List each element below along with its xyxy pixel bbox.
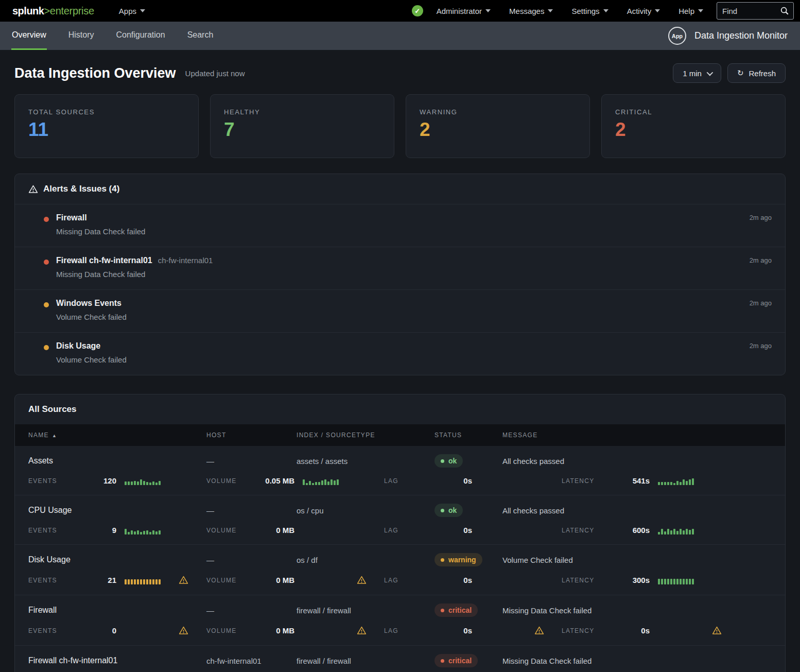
stat-card-warning: WARNING2 bbox=[406, 94, 590, 158]
column-header-host[interactable]: HOST bbox=[206, 432, 297, 439]
interval-dropdown[interactable]: 1 min bbox=[673, 63, 721, 83]
app-name: Data Ingestion Monitor bbox=[694, 30, 788, 41]
metric-label: EVENTS bbox=[28, 527, 77, 534]
table-row[interactable]: Firewall ch-fw-internal01ch-fw-internal0… bbox=[15, 645, 785, 672]
metric-value: 0s bbox=[433, 576, 472, 584]
source-host: — bbox=[206, 606, 297, 615]
metric-latency: LATENCY300s bbox=[562, 575, 772, 585]
chevron-down-icon bbox=[485, 9, 491, 12]
metric-value: 0s bbox=[433, 526, 472, 535]
tab-search[interactable]: Search bbox=[187, 22, 214, 50]
alerts-panel: Alerts & Issues (4) FirewallMissing Data… bbox=[14, 174, 786, 375]
table-row[interactable]: Firewall—firewall / firewallcriticalMiss… bbox=[15, 595, 785, 645]
source-status-cell: ok bbox=[434, 454, 502, 468]
spark-bar bbox=[152, 579, 154, 584]
metric-label: VOLUME bbox=[206, 527, 255, 534]
status-badge: ok bbox=[434, 504, 463, 517]
metric-value: 0s bbox=[433, 476, 472, 485]
source-main-line: Disk Usage—os / dfwarningVolume Check fa… bbox=[28, 553, 772, 566]
refresh-label: Refresh bbox=[749, 69, 776, 78]
topbar-menu-activity[interactable]: Activity bbox=[627, 7, 660, 15]
table-row[interactable]: Disk Usage—os / dfwarningVolume Check fa… bbox=[15, 544, 785, 595]
status-badge: ok bbox=[434, 454, 463, 468]
stat-card-total-sources: TOTAL SOURCES11 bbox=[14, 94, 199, 158]
spark-bar bbox=[680, 529, 682, 535]
metric-label: LAG bbox=[384, 477, 433, 485]
topbar-menu-administrator[interactable]: Administrator bbox=[437, 7, 491, 15]
spark-bar bbox=[149, 579, 151, 584]
spark-bar bbox=[312, 483, 314, 485]
metric-value: 9 bbox=[77, 526, 116, 535]
alert-timestamp: 2m ago bbox=[750, 256, 772, 264]
warning-triangle-icon bbox=[28, 184, 38, 194]
metric-events: EVENTS120 bbox=[28, 476, 206, 485]
page-header: Data Ingestion Overview Updated just now… bbox=[14, 63, 786, 83]
sparkline bbox=[303, 526, 352, 535]
apps-menu[interactable]: Apps bbox=[119, 7, 145, 15]
metric-events: EVENTS0 bbox=[28, 626, 206, 635]
spark-bar bbox=[334, 480, 336, 485]
metric-label: EVENTS bbox=[28, 477, 77, 485]
splunk-logo: splunk>enterprise bbox=[12, 5, 94, 17]
spark-bar bbox=[155, 531, 158, 535]
refresh-button[interactable]: ↻ Refresh bbox=[727, 63, 786, 83]
find-search-box[interactable] bbox=[717, 2, 794, 20]
spark-bar bbox=[670, 482, 672, 485]
tab-configuration[interactable]: Configuration bbox=[115, 22, 165, 50]
source-main-line: Firewall ch-fw-internal01ch-fw-internal0… bbox=[28, 654, 772, 667]
sparkline bbox=[303, 476, 352, 485]
metric-lag: LAG0s bbox=[384, 526, 562, 535]
spark-bar bbox=[146, 579, 148, 584]
logo-bold: splunk bbox=[12, 5, 44, 17]
spark-bar bbox=[131, 481, 133, 485]
chevron-down-icon bbox=[706, 69, 713, 76]
chevron-down-icon bbox=[698, 9, 703, 12]
spark-bar bbox=[152, 481, 154, 485]
alert-row[interactable]: FirewallMissing Data Check failed2m ago bbox=[15, 204, 785, 247]
column-header-name[interactable]: NAME▲ bbox=[28, 432, 206, 439]
topbar-menu-settings[interactable]: Settings bbox=[571, 7, 608, 15]
alert-timestamp: 2m ago bbox=[750, 342, 772, 350]
spark-bar bbox=[159, 481, 161, 485]
sources-table-header: NAME▲ HOST INDEX / SOURCETYPE STATUS MES… bbox=[15, 424, 785, 446]
metric-label: VOLUME bbox=[206, 627, 255, 634]
column-header-index[interactable]: INDEX / SOURCETYPE bbox=[297, 432, 434, 439]
spark-bar bbox=[149, 483, 151, 485]
alert-timestamp: 2m ago bbox=[750, 299, 772, 307]
spark-bar bbox=[309, 481, 311, 485]
column-header-status[interactable]: STATUS bbox=[434, 432, 502, 439]
tab-overview[interactable]: Overview bbox=[11, 22, 47, 50]
spark-bar bbox=[327, 481, 329, 485]
topbar-menu-help[interactable]: Help bbox=[679, 7, 703, 15]
search-icon[interactable] bbox=[780, 6, 789, 15]
updated-timestamp: Updated just now bbox=[185, 69, 245, 78]
status-text: warning bbox=[448, 556, 476, 564]
table-row[interactable]: Assets—assets / assetsokAll checks passe… bbox=[15, 446, 785, 495]
severity-dot bbox=[44, 260, 49, 265]
sparkline bbox=[125, 476, 173, 485]
topbar-menu-messages[interactable]: Messages bbox=[509, 7, 553, 15]
menu-label: Administrator bbox=[437, 7, 482, 15]
spark-bar bbox=[140, 579, 142, 584]
alert-row[interactable]: Disk UsageVolume Check failed2m ago bbox=[15, 333, 785, 375]
spark-bar bbox=[676, 531, 679, 535]
table-row[interactable]: CPU Usage—os / cpuokAll checks passedEVE… bbox=[15, 495, 785, 544]
alert-detail: Missing Data Check failed bbox=[56, 270, 772, 279]
chevron-down-icon bbox=[655, 9, 660, 12]
alert-row[interactable]: Firewall ch-fw-internal01ch-fw-internal0… bbox=[15, 247, 785, 290]
alert-row[interactable]: Windows EventsVolume Check failed2m ago bbox=[15, 290, 785, 333]
spark-bar bbox=[155, 483, 158, 485]
spark-bar bbox=[306, 483, 308, 485]
source-status-cell: ok bbox=[434, 504, 502, 517]
metric-warning-slot bbox=[179, 575, 191, 585]
find-input[interactable] bbox=[722, 7, 780, 15]
alert-title-line: Firewall ch-fw-internal01ch-fw-internal0… bbox=[56, 256, 772, 265]
column-header-message[interactable]: MESSAGE bbox=[502, 432, 772, 439]
spark-bar bbox=[321, 480, 323, 485]
sparkline bbox=[303, 626, 352, 635]
tab-history[interactable]: History bbox=[68, 22, 95, 50]
source-status-cell: critical bbox=[434, 604, 502, 617]
metric-volume: VOLUME0 MB bbox=[206, 526, 384, 535]
status-dot-icon bbox=[441, 609, 444, 612]
stat-card-healthy: HEALTHY7 bbox=[210, 94, 394, 158]
